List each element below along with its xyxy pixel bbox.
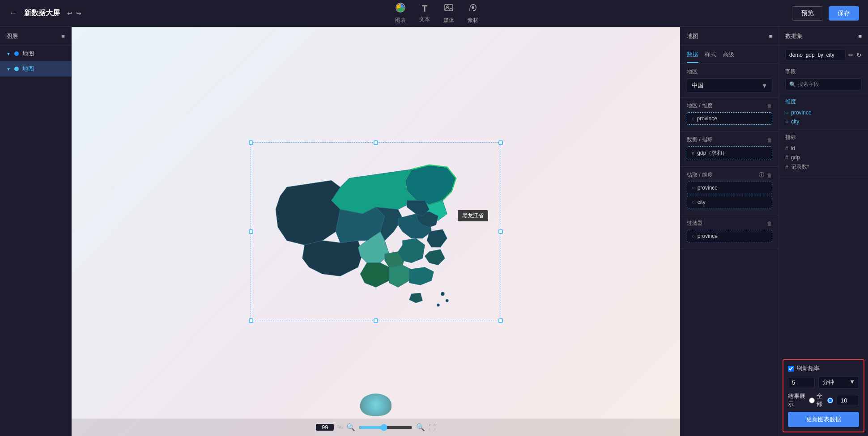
layers-title: 图层 [6, 32, 18, 40]
tab-style[interactable]: 样式 [705, 51, 716, 63]
handle-tr[interactable] [498, 140, 503, 145]
refresh-value-input[interactable] [788, 377, 815, 388]
region-select[interactable]: 中国 ▼ [687, 78, 772, 93]
layer-dot-1 [14, 67, 19, 71]
hash-icon-gdp: # [785, 154, 788, 161]
measure-gdp[interactable]: # gdp [785, 153, 862, 162]
update-chart-button[interactable]: 更新图表数据 [788, 412, 859, 427]
config-menu-icon[interactable]: ≡ [769, 33, 772, 40]
result-num-input[interactable] [837, 395, 859, 406]
handle-tc[interactable] [374, 140, 378, 145]
refresh-checkbox[interactable] [788, 366, 794, 372]
media-label: 媒体 [443, 17, 454, 24]
filter-delete-icon[interactable]: 🗑 [767, 220, 772, 227]
region-dimension-value: province [697, 115, 717, 122]
fit-screen-icon[interactable]: ⛶ [429, 423, 436, 432]
measure-label: 指标 [785, 134, 862, 141]
search-field-box[interactable]: 🔍 搜索字段 [785, 78, 862, 90]
handle-bl[interactable] [249, 318, 253, 323]
drill-city-field[interactable]: ○ city [687, 196, 772, 208]
dataset-refresh-icon[interactable]: ↻ [856, 51, 862, 59]
sort-icon: ↕ [692, 116, 694, 121]
chart-icon [396, 3, 405, 15]
filter-label: 过滤器 🗑 [687, 220, 772, 227]
drill-section: 钻取 / 维度 ⓘ 🗑 ○ province ○ city [681, 167, 779, 215]
search-placeholder: 搜索字段 [798, 80, 819, 88]
dataset-selector: demo_gdp_by_city ✏ ↻ [779, 46, 868, 64]
zoom-slider[interactable] [359, 424, 413, 431]
toolbar-text[interactable]: T 文本 [419, 4, 430, 23]
preview-button[interactable]: 预览 [792, 6, 823, 21]
measure-records[interactable]: # 记录数* [785, 162, 862, 172]
handle-ml[interactable] [249, 229, 253, 234]
layers-menu-icon[interactable]: ≡ [61, 33, 65, 40]
region-dimension-delete-icon[interactable]: 🗑 [767, 103, 772, 109]
measure-id[interactable]: # id [785, 144, 862, 153]
data-panel-menu-icon[interactable]: ≡ [858, 33, 862, 40]
handle-tl[interactable] [249, 140, 253, 145]
config-tabs: 数据 样式 高级 [681, 46, 779, 63]
layer-item-1[interactable]: ▼ 地图 [0, 61, 71, 76]
map-frame[interactable]: 黑龙江省 [251, 142, 501, 321]
tab-data[interactable]: 数据 [687, 51, 698, 63]
layer-label-1: 地图 [22, 65, 34, 73]
back-button[interactable]: ← [9, 8, 17, 18]
refresh-unit-select[interactable]: 分钟 ▼ [818, 376, 859, 389]
filter-field[interactable]: ○ province [687, 230, 772, 242]
config-panel: 地图 ≡ 数据 样式 高级 地区 中国 ▼ 地区 / 维度 🗑 ↕ [680, 27, 779, 436]
drill-province-field[interactable]: ○ province [687, 182, 772, 194]
data-panel-title: 数据集 [785, 32, 803, 40]
zoom-out-icon[interactable]: 🔍 [346, 423, 355, 432]
toolbar-material[interactable]: 素材 [468, 3, 478, 24]
dataset-name-box[interactable]: demo_gdp_by_city [785, 50, 846, 60]
refresh-value-row: 分钟 ▼ [788, 376, 859, 389]
handle-br[interactable] [498, 318, 503, 323]
drill-delete-icon[interactable]: 🗑 [767, 172, 772, 178]
dim-province[interactable]: ○ province [785, 108, 862, 117]
zoom-value-input[interactable] [316, 424, 334, 431]
measure-id-label: id [791, 145, 795, 152]
redo-button[interactable]: ↪ [76, 10, 81, 17]
dataset-edit-icon[interactable]: ✏ [848, 51, 854, 59]
measure-gdp-label: gdp [791, 154, 800, 161]
layer-toggle-icon-0: ▼ [6, 51, 11, 56]
chart-label: 图表 [395, 17, 406, 24]
handle-bc[interactable] [374, 318, 378, 323]
save-button[interactable]: 保存 [829, 6, 859, 21]
layer-toggle-icon-1: ▼ [6, 67, 11, 72]
data-metric-delete-icon[interactable]: 🗑 [767, 137, 772, 143]
toolbar-center: 图表 T 文本 媒体 素材 [395, 3, 478, 24]
result-num-radio[interactable] [827, 398, 833, 403]
hash-icon-records: # [785, 164, 788, 170]
canvas-area[interactable]: 黑龙江省 % 🔍 🔍 ⛶ [72, 27, 680, 436]
toolbar-media[interactable]: 媒体 [443, 3, 454, 24]
data-panel-header: 数据集 ≡ [779, 27, 868, 46]
layer-item-0[interactable]: ▼ 地图 [0, 46, 71, 61]
search-icon: 🔍 [789, 81, 796, 88]
region-dimension-field[interactable]: ↕ province [687, 112, 772, 125]
result-all-label: 全部 [817, 392, 824, 408]
material-label: 素材 [468, 17, 478, 24]
measure-records-label: 记录数* [791, 163, 809, 171]
layer-dot-0 [14, 51, 19, 56]
config-panel-title: 地图 [687, 32, 698, 40]
toolbar-right: 预览 保存 [792, 6, 859, 21]
result-all-radio[interactable] [809, 398, 815, 403]
dim-city[interactable]: ○ city [785, 117, 862, 126]
hash-icon: # [692, 151, 694, 156]
result-row: 结果展示 全部 [788, 392, 859, 408]
field-section-label: 字段 [785, 68, 862, 76]
layers-panel: 图层 ≡ ▼ 地图 ▼ 地图 [0, 27, 72, 436]
zoom-in-icon[interactable]: 🔍 [416, 423, 425, 432]
bottom-refresh-config: 刷新频率 分钟 ▼ 结果展示 全部 更新图表数据 [783, 359, 864, 432]
handle-mr[interactable] [498, 229, 503, 234]
text-icon: T [422, 4, 427, 14]
page-title: 新数据大屏 [24, 8, 60, 18]
data-metric-field[interactable]: # gdp（求和） [687, 146, 772, 160]
fields-section: 字段 🔍 搜索字段 [779, 64, 868, 94]
toolbar-chart[interactable]: 图表 [395, 3, 406, 24]
tab-advanced[interactable]: 高级 [723, 51, 734, 63]
dim-province-label: province [791, 110, 811, 116]
undo-button[interactable]: ↩ [67, 10, 72, 17]
data-metric-section: 数据 / 指标 🗑 # gdp（求和） [681, 131, 779, 167]
